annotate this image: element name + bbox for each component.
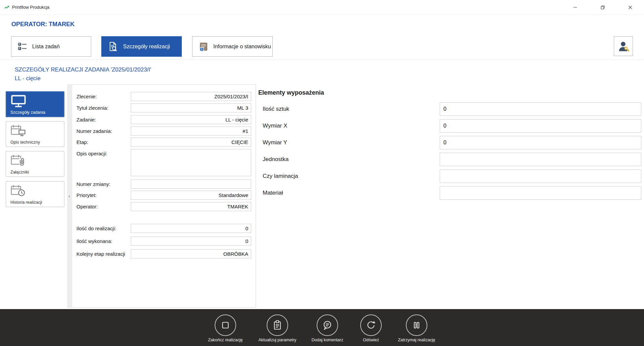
restore-button[interactable] <box>589 0 616 15</box>
info-board-icon <box>199 42 209 52</box>
add-comment-button[interactable]: Dodaj komentarz <box>302 314 353 342</box>
equip-input-czy-laminacja[interactable] <box>440 169 641 183</box>
minimize-button[interactable] <box>561 0 589 15</box>
field-label-opis-operacji: Opis operacji: <box>76 149 107 158</box>
equip-input-wymiar-y[interactable] <box>440 136 641 149</box>
field-input-numer-zadania[interactable] <box>131 127 251 136</box>
end-task-button[interactable]: Zakończ realizację <box>200 314 251 342</box>
sidebar-item-label: Załączniki <box>10 170 61 175</box>
action-label: Odśwież <box>346 338 396 342</box>
tab-label: Informacje o stanowisku <box>213 44 271 50</box>
equip-label-wymiar-y: Wymiar Y <box>263 136 287 149</box>
field-input-numer-zmiany[interactable] <box>131 180 251 189</box>
equip-label-wymiar-x: Wymiar X <box>263 119 287 133</box>
document-magnifier-icon <box>108 41 118 52</box>
stop-icon <box>215 314 236 336</box>
app-window: Printflow Produkcja OPERATOR: TMAREK <box>0 0 644 346</box>
field-input-priorytet[interactable] <box>131 191 251 200</box>
field-input-zlecenie[interactable] <box>131 92 251 101</box>
window-controls <box>561 0 644 15</box>
field-label-ilosc-wykonana: Ilość wykonana: <box>76 237 112 246</box>
operator-label: OPERATOR: TMAREK <box>11 21 74 28</box>
field-input-etap[interactable] <box>131 138 251 147</box>
sidebar-item-zalaczniki[interactable]: Załączniki <box>6 151 64 177</box>
tab-informacje-o-stanowisku[interactable]: Informacje o stanowisku <box>192 36 273 57</box>
equip-label-czy-laminacja: Czy laminacja <box>263 169 298 183</box>
field-label-zlecenie: Zlecenie: <box>76 92 97 101</box>
field-input-tytul-zlecenia[interactable] <box>131 103 251 112</box>
tab-szczegoly-realizacji[interactable]: Szczegóły realizacji <box>101 36 182 57</box>
refresh-button[interactable]: Odśwież <box>346 314 396 342</box>
action-label: Zatrzymaj realizację <box>391 338 442 342</box>
equip-label-jednostka: Jednostka <box>263 153 289 166</box>
app-logo-icon <box>4 5 9 10</box>
pause-icon <box>406 314 427 336</box>
task-list-icon <box>17 42 28 52</box>
field-input-opis-operacji[interactable] <box>131 149 251 176</box>
clipboard-icon <box>267 314 288 336</box>
field-label-kolejny-etap: Kolejny etap realizacji <box>76 249 125 258</box>
field-input-operator[interactable] <box>131 202 251 211</box>
field-label-numer-zadania: Numer zadania: <box>76 127 112 136</box>
calendar-paperclip-icon <box>10 154 61 167</box>
field-input-ilosc-wykonana[interactable] <box>131 237 251 246</box>
action-bar: Zakończ realizację Aktualizuj parametry <box>0 309 644 346</box>
equip-label-ilosc-sztuk: Ilość sztuk <box>263 102 289 116</box>
field-label-operator: Operator: <box>76 202 98 211</box>
tab-label: Lista zadań <box>32 44 60 50</box>
calendar-clock-icon <box>10 184 61 197</box>
page-subtitle: LL - cięcie <box>15 75 41 82</box>
sidebar-collapse-strip[interactable]: ‹ <box>67 84 71 308</box>
field-label-priorytet: Priorytet: <box>76 191 97 200</box>
close-button[interactable] <box>616 0 644 15</box>
task-details-panel: Zlecenie: Tytuł zlecenia: Zadanie: Numer… <box>72 84 256 307</box>
sidebar-item-label: Opis techniczny <box>10 140 61 145</box>
field-label-ilosc-do-realizacji: Ilość do realizacji: <box>76 224 116 233</box>
collapse-chevron-icon: ‹ <box>68 194 70 199</box>
equip-input-material[interactable] <box>440 186 641 200</box>
refresh-icon <box>360 314 382 336</box>
calendar-monitor-icon <box>10 124 61 137</box>
tab-label: Szczegóły realizacji <box>123 44 170 50</box>
field-input-zadanie[interactable] <box>131 115 251 124</box>
sidebar-item-historia-realizacji[interactable]: Historia realizacji <box>6 181 64 207</box>
equip-input-ilosc-sztuk[interactable] <box>440 102 641 116</box>
field-label-etap: Etap: <box>76 138 88 147</box>
field-input-ilosc-do-realizacji[interactable] <box>131 224 251 233</box>
action-label: Zakończ realizację <box>200 338 251 342</box>
header: OPERATOR: TMAREK Lista zadań <box>0 15 644 60</box>
sidebar-item-label: Historia realizacji <box>10 200 61 205</box>
field-label-zadanie: Zadanie: <box>76 115 96 124</box>
monitor-icon <box>10 94 61 108</box>
equipment-section-title: Elementy wyposażenia <box>258 89 324 96</box>
sidebar-item-szczegoly-zadania[interactable]: Szczegóły zadania <box>6 91 64 117</box>
window-title: Printflow Produkcja <box>12 5 49 10</box>
page-title: SZCZEGÓŁY REALIZACJI ZADANIA 'Z025/01/20… <box>15 66 151 73</box>
comment-icon <box>317 314 338 336</box>
field-input-kolejny-etap[interactable] <box>131 249 251 258</box>
action-label: Dodaj komentarz <box>302 338 353 342</box>
sidebar-item-label: Szczegóły zadania <box>10 110 61 115</box>
equip-input-wymiar-x[interactable] <box>440 119 641 133</box>
equip-input-jednostka[interactable] <box>440 153 641 166</box>
operator-login-button[interactable] <box>614 36 633 56</box>
field-label-numer-zmiany: Numer zmiany: <box>76 180 110 189</box>
action-label: Aktualizuj parametry <box>252 338 303 342</box>
pause-task-button[interactable]: Zatrzymaj realizację <box>391 314 442 342</box>
person-key-icon <box>617 40 630 52</box>
equip-label-material: Materiał <box>263 186 283 200</box>
tab-lista-zadan[interactable]: Lista zadań <box>11 36 91 57</box>
field-label-tytul-zlecenia: Tytuł zlecenia: <box>76 103 108 112</box>
update-params-button[interactable]: Aktualizuj parametry <box>252 314 303 342</box>
sidebar-item-opis-techniczny[interactable]: Opis techniczny <box>6 121 64 147</box>
titlebar: Printflow Produkcja <box>0 0 644 15</box>
